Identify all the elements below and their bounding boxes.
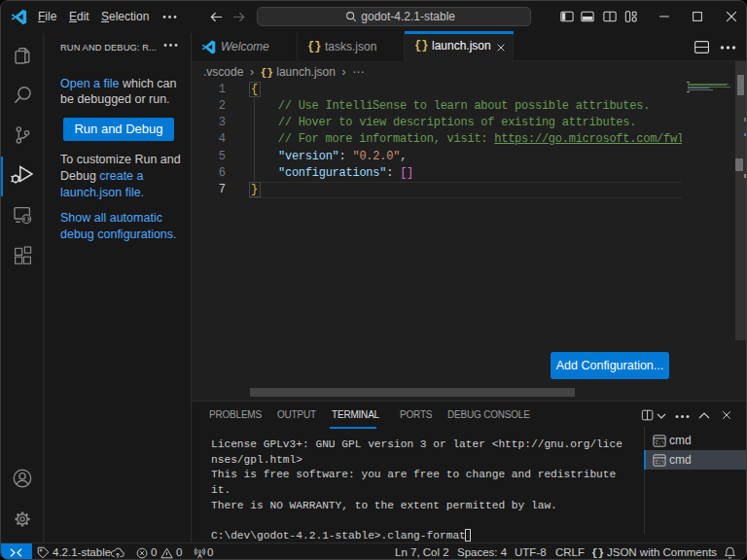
svg-text:C:\: C:\ (656, 460, 664, 466)
svg-text:C:\: C:\ (656, 440, 664, 446)
